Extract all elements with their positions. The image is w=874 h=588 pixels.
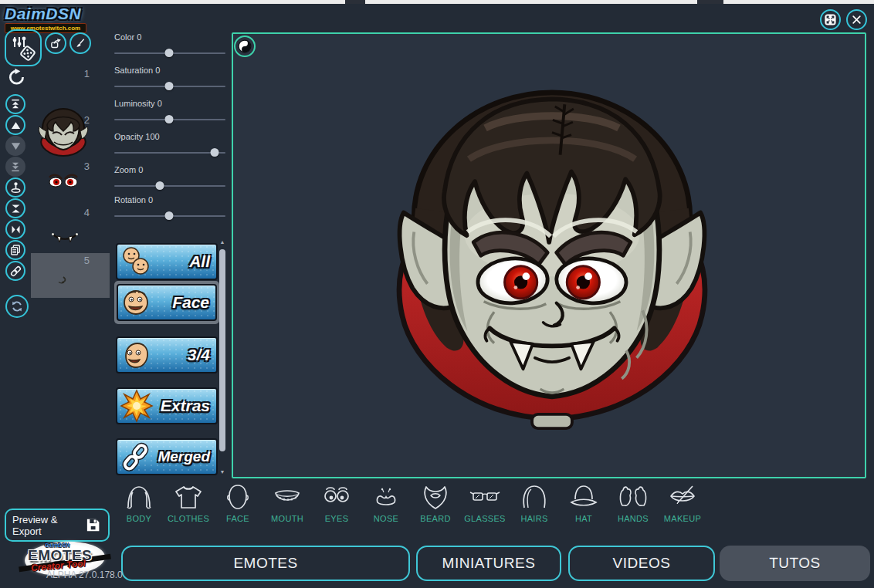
clothes-icon	[173, 484, 204, 510]
part-item-hands[interactable]: HANDS	[608, 484, 658, 529]
part-label: HAT	[559, 514, 608, 523]
part-label: HAIRS	[510, 514, 559, 523]
tab-tutos[interactable]: TUTOS	[720, 546, 870, 581]
layer-row[interactable]: 5	[74, 255, 90, 266]
all-category-icon	[120, 245, 154, 278]
part-item-hat[interactable]: HAT	[559, 484, 608, 529]
layer-thumbnail-mouth[interactable]	[51, 231, 79, 244]
slider-color-track[interactable]	[114, 52, 225, 54]
slider-zoom-thumb[interactable]	[156, 181, 164, 190]
move-down-icon	[10, 140, 22, 152]
move-to-bottom-button[interactable]	[5, 157, 25, 177]
part-label: FACE	[213, 514, 263, 523]
category-merged[interactable]: Merged	[116, 438, 218, 475]
category-all[interactable]: All	[116, 243, 218, 280]
layer-thumbnail-eyes[interactable]	[48, 173, 79, 188]
version-text: ALPHA 27.0.178.0	[46, 569, 123, 580]
slider-saturation-track[interactable]	[114, 86, 225, 87]
emote-creator-app: { "window": { "logo_title": "DaimDSN", "…	[0, 0, 874, 588]
scroll-up-arrow[interactable]: ▲	[218, 239, 226, 245]
part-label: MOUTH	[263, 514, 312, 523]
slider-color-thumb[interactable]	[164, 49, 173, 57]
randomizer-button[interactable]	[5, 29, 42, 66]
tab-miniatures[interactable]: MINIATURES	[416, 546, 561, 581]
category-three-quarter-label: 3/4	[188, 346, 210, 364]
layer-row[interactable]: 4	[74, 207, 90, 218]
refresh-button[interactable]	[5, 295, 29, 318]
scrollbar-thumb[interactable]	[219, 249, 225, 451]
category-extras[interactable]: Extras	[116, 387, 218, 424]
part-label: BEARD	[411, 514, 460, 523]
slider-luminosity-track[interactable]	[114, 119, 225, 120]
window-top-notch	[345, 0, 365, 4]
part-item-eyes[interactable]: EYES	[312, 484, 361, 529]
slider-opacity-thumb[interactable]	[210, 148, 218, 157]
move-to-top-button[interactable]	[5, 94, 25, 114]
layer-thumbnail-vampire-head[interactable]	[36, 108, 91, 159]
slider-luminosity-thumb[interactable]	[164, 115, 173, 123]
slider-rotation-track[interactable]	[114, 215, 225, 217]
move-to-bottom-icon	[9, 161, 22, 173]
part-item-makeup[interactable]: MAKEUP	[658, 484, 707, 529]
part-item-beard[interactable]: BEARD	[411, 484, 460, 529]
category-face[interactable]: Face	[114, 281, 219, 324]
part-item-glasses[interactable]: GLASSES	[460, 484, 510, 529]
close-button[interactable]	[846, 9, 867, 30]
part-item-body[interactable]: BODY	[114, 484, 164, 529]
slider-saturation-thumb[interactable]	[164, 82, 173, 90]
part-item-clothes[interactable]: CLOTHES	[164, 484, 213, 529]
sliders-dice-icon	[8, 33, 38, 63]
vampire-emote	[381, 90, 723, 431]
merged-category-icon	[120, 441, 151, 472]
part-label: BODY	[114, 514, 164, 523]
part-item-face[interactable]: FACE	[213, 484, 263, 529]
mouth-icon	[272, 484, 303, 510]
transform-button[interactable]	[5, 177, 25, 198]
part-label: CLOTHES	[164, 514, 213, 523]
app-logo-title: DaimDSN	[5, 5, 91, 23]
slider-opacity-track[interactable]	[114, 152, 225, 154]
glasses-icon	[469, 484, 500, 510]
slider-rotation-thumb[interactable]	[164, 211, 173, 220]
part-item-mouth[interactable]: MOUTH	[263, 484, 312, 529]
scroll-down-arrow[interactable]: ▼	[218, 469, 226, 475]
tab-emotes[interactable]: EMOTES	[121, 546, 410, 581]
export-button[interactable]	[45, 32, 66, 54]
link-button[interactable]	[5, 261, 25, 281]
move-up-button[interactable]	[5, 115, 25, 135]
hat-icon	[568, 484, 599, 510]
reset-button[interactable]	[5, 65, 29, 90]
part-label: NOSE	[361, 514, 411, 523]
fullscreen-button[interactable]	[820, 9, 841, 30]
slider-opacity-label: Opacity 100	[114, 132, 225, 141]
layer-row-selected-highlight	[31, 253, 110, 298]
body-icon	[124, 484, 154, 510]
slider-luminosity-label: Luminosity 0	[114, 99, 225, 108]
slider-zoom-track[interactable]	[114, 185, 225, 187]
tab-videos[interactable]: VIDEOS	[568, 546, 715, 581]
slider-saturation-label: Saturation 0	[114, 66, 225, 75]
layer-thumbnail-nose[interactable]	[56, 276, 68, 284]
face-icon	[222, 484, 253, 510]
category-extras-label: Extras	[161, 397, 210, 415]
layer-row[interactable]: 3	[74, 161, 90, 172]
paint-button[interactable]	[69, 32, 91, 54]
move-down-button[interactable]	[5, 136, 25, 156]
layer-row[interactable]: 1	[74, 68, 90, 79]
preview-export-label: Preview & Export	[12, 514, 84, 537]
fullscreen-icon	[824, 13, 837, 26]
slider-zoom-label: Zoom 0	[114, 165, 225, 174]
preview-export-button[interactable]: Preview & Export	[5, 509, 110, 542]
part-item-nose[interactable]: NOSE	[361, 484, 411, 529]
save-floppy-icon	[84, 515, 102, 535]
yinyang-button[interactable]	[234, 35, 256, 57]
emote-canvas[interactable]	[232, 32, 866, 478]
category-three-quarter[interactable]: 3/4	[116, 336, 218, 373]
slider-rotation-label: Rotation 0	[114, 195, 225, 204]
part-item-hairs[interactable]: HAIRS	[510, 484, 559, 529]
window-top-notch	[697, 0, 723, 4]
flip-horizontal-icon	[10, 224, 22, 235]
flip-vertical-button[interactable]	[5, 198, 25, 218]
duplicate-button[interactable]	[5, 240, 25, 260]
flip-horizontal-button[interactable]	[5, 219, 25, 239]
